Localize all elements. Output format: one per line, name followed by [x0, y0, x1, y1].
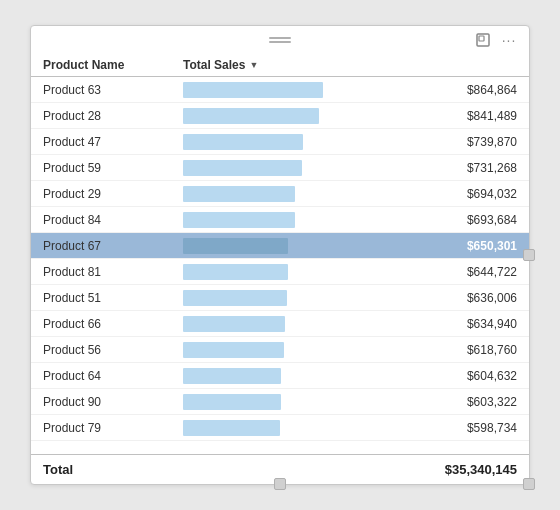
row-bar: [183, 134, 303, 150]
row-bar: [183, 394, 281, 410]
row-bar: [183, 316, 285, 332]
table-row[interactable]: Product 90 $603,322: [31, 389, 529, 415]
table-row[interactable]: Product 84 $693,684: [31, 207, 529, 233]
row-value: $636,006: [467, 291, 517, 305]
table-row[interactable]: Product 66 $634,940: [31, 311, 529, 337]
table-row[interactable]: Product 79 $598,734: [31, 415, 529, 441]
row-bar-area: $731,268: [183, 160, 517, 176]
row-bar-area: $636,006: [183, 290, 517, 306]
row-product-name: Product 56: [43, 343, 183, 357]
row-value: $650,301: [467, 239, 517, 253]
table-row[interactable]: Product 47 $739,870: [31, 129, 529, 155]
expand-icon[interactable]: [473, 30, 493, 50]
table-header: Product Name Total Sales ▼: [31, 54, 529, 77]
row-product-name: Product 59: [43, 161, 183, 175]
row-product-name: Product 90: [43, 395, 183, 409]
widget-container: ··· Product Name Total Sales ▼ Product 6…: [30, 25, 530, 485]
row-value: $604,632: [467, 369, 517, 383]
row-bar: [183, 108, 319, 124]
row-bar: [183, 212, 295, 228]
more-icon[interactable]: ···: [499, 30, 519, 50]
footer-label: Total: [43, 462, 183, 477]
table-row[interactable]: Product 64 $604,632: [31, 363, 529, 389]
row-value: $864,864: [467, 83, 517, 97]
row-value: $598,734: [467, 421, 517, 435]
row-product-name: Product 51: [43, 291, 183, 305]
row-bar-area: $694,032: [183, 186, 517, 202]
row-bar: [183, 264, 288, 280]
row-bar: [183, 160, 302, 176]
table-row[interactable]: Product 51 $636,006: [31, 285, 529, 311]
row-value: $739,870: [467, 135, 517, 149]
row-product-name: Product 84: [43, 213, 183, 227]
row-bar-area: $644,722: [183, 264, 517, 280]
row-value: $694,032: [467, 187, 517, 201]
row-bar-area: $598,734: [183, 420, 517, 436]
row-bar-area: $864,864: [183, 82, 517, 98]
row-value: $634,940: [467, 317, 517, 331]
table-area: Product Name Total Sales ▼ Product 63 $8…: [31, 54, 529, 454]
col-header-sales[interactable]: Total Sales ▼: [183, 58, 517, 72]
row-product-name: Product 28: [43, 109, 183, 123]
row-bar: [183, 420, 280, 436]
row-product-name: Product 29: [43, 187, 183, 201]
row-value: $731,268: [467, 161, 517, 175]
row-value: $644,722: [467, 265, 517, 279]
sort-icon: ▼: [249, 60, 258, 70]
row-bar-area: $693,684: [183, 212, 517, 228]
row-product-name: Product 79: [43, 421, 183, 435]
row-product-name: Product 64: [43, 369, 183, 383]
resize-handle-bottom[interactable]: [274, 478, 286, 490]
row-product-name: Product 67: [43, 239, 183, 253]
resize-handle-br[interactable]: [523, 478, 535, 490]
drag-handle[interactable]: [269, 37, 291, 43]
row-bar-area: $618,760: [183, 342, 517, 358]
row-value: $693,684: [467, 213, 517, 227]
row-bar: [183, 368, 281, 384]
row-bar-area: $739,870: [183, 134, 517, 150]
widget-header: ···: [31, 26, 529, 54]
table-row[interactable]: Product 28 $841,489: [31, 103, 529, 129]
row-bar-area: $634,940: [183, 316, 517, 332]
table-row[interactable]: Product 67 $650,301: [31, 233, 529, 259]
row-bar: [183, 290, 287, 306]
table-row[interactable]: Product 56 $618,760: [31, 337, 529, 363]
table-row[interactable]: Product 63 $864,864: [31, 77, 529, 103]
row-product-name: Product 63: [43, 83, 183, 97]
row-bar-area: $841,489: [183, 108, 517, 124]
row-bar-area: $603,322: [183, 394, 517, 410]
table-row[interactable]: Product 29 $694,032: [31, 181, 529, 207]
widget-icons: ···: [473, 30, 519, 50]
col-header-name: Product Name: [43, 58, 183, 72]
row-bar: [183, 186, 295, 202]
row-bar: [183, 342, 284, 358]
row-bar: [183, 238, 288, 254]
footer-value: $35,340,145: [183, 462, 517, 477]
row-value: $618,760: [467, 343, 517, 357]
resize-handle-right[interactable]: [523, 249, 535, 261]
row-bar-area: $650,301: [183, 238, 517, 254]
row-value: $841,489: [467, 109, 517, 123]
svg-rect-1: [479, 36, 484, 41]
row-bar: [183, 82, 323, 98]
row-value: $603,322: [467, 395, 517, 409]
row-product-name: Product 66: [43, 317, 183, 331]
table-row[interactable]: Product 81 $644,722: [31, 259, 529, 285]
row-product-name: Product 47: [43, 135, 183, 149]
row-bar-area: $604,632: [183, 368, 517, 384]
row-product-name: Product 81: [43, 265, 183, 279]
table-row[interactable]: Product 59 $731,268: [31, 155, 529, 181]
table-body: Product 63 $864,864 Product 28 $841,489 …: [31, 77, 529, 454]
